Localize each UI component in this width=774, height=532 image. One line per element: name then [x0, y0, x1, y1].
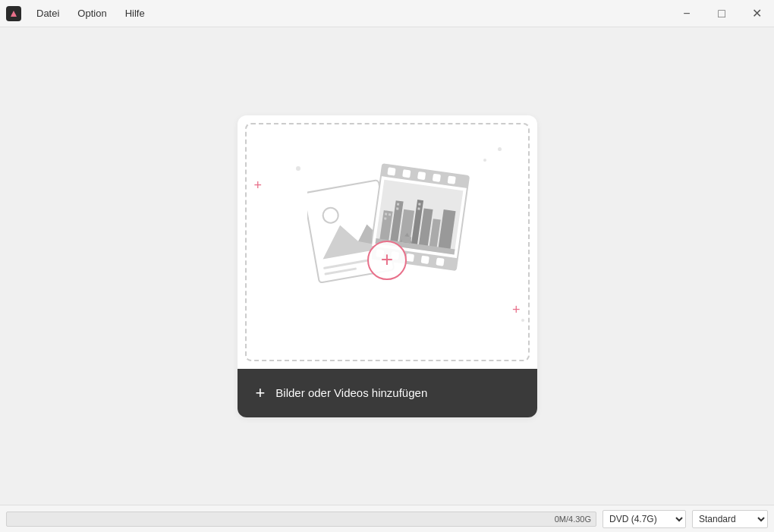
dot-decoration-4	[521, 319, 524, 322]
dvd-format-select[interactable]: DVD (4.7G) DVD (8.5G) Blu-ray	[603, 510, 686, 528]
maximize-button[interactable]: □	[704, 0, 739, 27]
dot-decoration-2	[483, 159, 486, 162]
minimize-button[interactable]: −	[669, 0, 704, 27]
window-controls: − □ ✕	[669, 0, 774, 27]
svg-rect-30	[384, 217, 386, 219]
svg-rect-9	[387, 167, 395, 175]
svg-rect-12	[433, 173, 441, 181]
quality-select[interactable]: Standard High Low	[692, 510, 768, 528]
plus-decoration-bottomright: +	[512, 302, 521, 318]
svg-rect-11	[417, 171, 426, 179]
progress-text: 0M/4.30G	[555, 515, 591, 524]
menu-bar: Datei Option Hilfe	[27, 0, 669, 27]
titlebar: Datei Option Hilfe − □ ✕	[0, 0, 774, 27]
svg-rect-13	[448, 175, 456, 184]
drop-zone[interactable]: + +	[238, 115, 537, 417]
plus-icon: +	[381, 249, 393, 270]
svg-rect-10	[402, 169, 411, 178]
svg-rect-33	[418, 203, 420, 205]
add-bar-label: Bilder oder Videos hinzufügen	[275, 386, 427, 399]
close-button[interactable]: ✕	[739, 0, 774, 27]
drop-zone-inner: + +	[245, 123, 530, 361]
menu-option[interactable]: Option	[68, 0, 115, 27]
svg-rect-32	[396, 207, 398, 209]
menu-help[interactable]: Hilfe	[116, 0, 154, 27]
statusbar: 0M/4.30G DVD (4.7G) DVD (8.5G) Blu-ray S…	[0, 505, 774, 532]
progress-bar: 0M/4.30G	[6, 512, 596, 527]
illustration: +	[304, 155, 470, 322]
svg-rect-31	[397, 203, 399, 205]
plus-decoration-topleft: +	[254, 178, 263, 194]
add-media-circle-icon[interactable]: +	[367, 241, 407, 280]
svg-rect-19	[436, 257, 444, 266]
main-content: + +	[0, 27, 774, 505]
svg-rect-29	[389, 213, 391, 216]
app-logo	[0, 0, 27, 27]
svg-rect-37	[401, 235, 411, 243]
svg-rect-28	[385, 212, 387, 215]
svg-rect-17	[406, 253, 414, 261]
dot-decoration-1	[296, 166, 300, 171]
svg-rect-18	[421, 255, 429, 263]
dot-decoration-3	[498, 147, 502, 151]
menu-file[interactable]: Datei	[27, 0, 68, 27]
add-bar-plus-icon: +	[256, 383, 266, 403]
svg-rect-34	[417, 207, 420, 209]
add-media-button[interactable]: + Bilder oder Videos hinzufügen	[238, 369, 537, 417]
